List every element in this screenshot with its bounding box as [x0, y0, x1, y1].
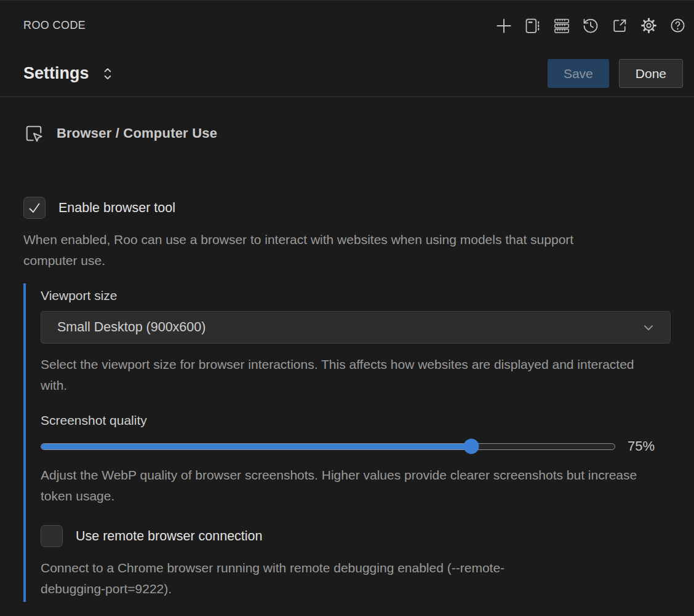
titlebar: ROO CODE — [0, 0, 694, 50]
plus-icon[interactable] — [495, 17, 513, 35]
settings-content: Enable browser tool When enabled, Roo ca… — [0, 170, 694, 602]
remote-browser-description: Connect to a Chrome browser running with… — [41, 558, 560, 599]
save-button[interactable]: Save — [548, 59, 609, 88]
enable-browser-label[interactable]: Enable browser tool — [58, 200, 175, 216]
remote-browser-label[interactable]: Use remote browser connection — [76, 529, 263, 544]
section-title: Browser / Computer Use — [57, 125, 217, 141]
help-icon[interactable] — [668, 17, 687, 35]
screenshot-quality-description: Adjust the WebP quality of browser scree… — [41, 465, 663, 507]
mcp-servers-icon[interactable] — [552, 17, 571, 35]
screenshot-quality-fill — [41, 444, 471, 449]
gear-icon[interactable] — [639, 17, 658, 35]
section-header: Browser / Computer Use — [0, 97, 694, 170]
titlebar-actions — [495, 17, 687, 35]
unfold-chevron-icon[interactable] — [102, 66, 114, 82]
enable-browser-checkbox[interactable] — [23, 197, 46, 219]
settings-header: Settings Save Done — [0, 50, 694, 97]
viewport-size-select[interactable]: Small Desktop (900x600) — [41, 311, 671, 344]
browser-options-group: Viewport size Small Desktop (900x600) Se… — [23, 283, 671, 602]
popout-icon[interactable] — [610, 17, 629, 35]
square-mouse-pointer-icon — [25, 124, 43, 143]
prompts-icon[interactable] — [524, 17, 542, 35]
screenshot-quality-slider[interactable] — [41, 443, 615, 450]
screenshot-quality-label: Screenshot quality — [41, 413, 671, 428]
done-button[interactable]: Done — [619, 59, 683, 88]
roo-code-settings-panel: ROO CODE — [0, 0, 694, 602]
app-title: ROO CODE — [23, 19, 86, 32]
remote-browser-row: Use remote browser connection — [41, 525, 671, 547]
screenshot-quality-row: 75% — [41, 438, 671, 454]
viewport-size-value: Small Desktop (900x600) — [57, 320, 205, 335]
page-title: Settings — [23, 64, 89, 83]
viewport-size-description: Select the viewport size for browser int… — [41, 354, 656, 396]
screenshot-quality-thumb[interactable] — [464, 439, 479, 454]
history-icon[interactable] — [581, 17, 600, 35]
remote-browser-checkbox[interactable] — [41, 525, 63, 547]
enable-browser-row: Enable browser tool — [23, 197, 671, 219]
screenshot-quality-value: 75% — [628, 438, 655, 454]
header-buttons: Save Done — [548, 59, 683, 88]
chevron-down-icon — [640, 320, 656, 336]
viewport-size-label: Viewport size — [41, 288, 671, 303]
enable-browser-description: When enabled, Roo can use a browser to i… — [23, 229, 602, 271]
